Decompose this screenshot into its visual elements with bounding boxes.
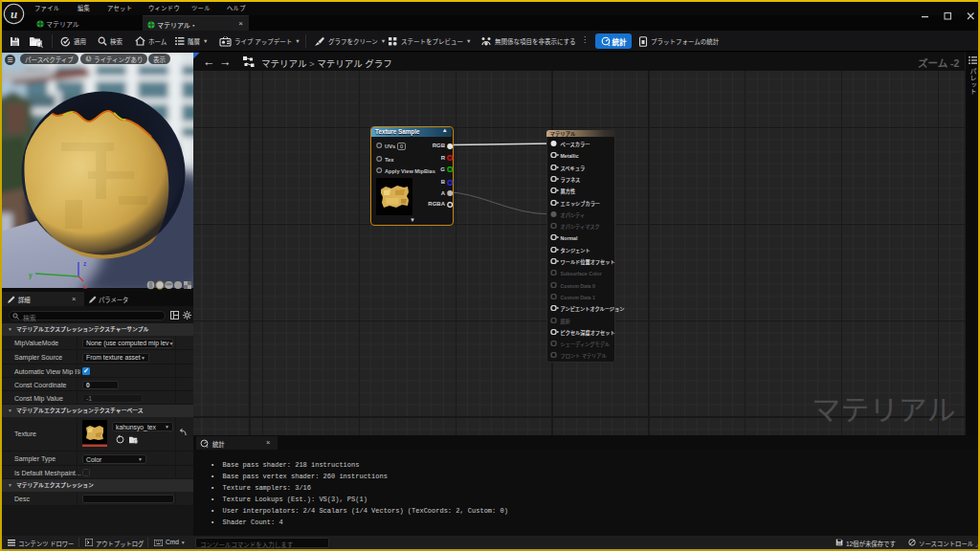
svg-text:z: z xyxy=(83,260,87,267)
svg-text:1: 1 xyxy=(608,42,611,46)
svg-text:u: u xyxy=(11,7,17,21)
svg-text:y: y xyxy=(29,272,33,279)
svg-text:x: x xyxy=(83,283,87,290)
svg-text:1: 1 xyxy=(206,444,209,448)
